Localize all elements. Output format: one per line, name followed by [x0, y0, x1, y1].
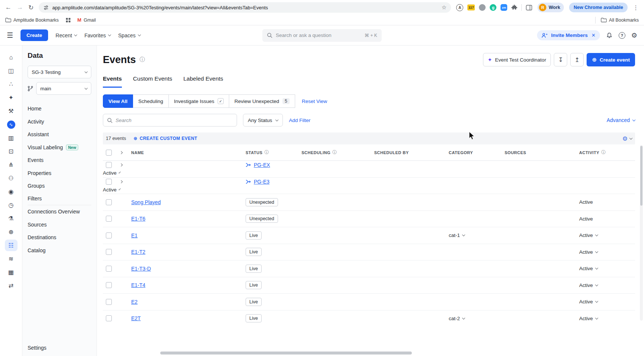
add-filter-link[interactable]: Add Filter	[289, 118, 310, 123]
funnel-icon[interactable]: ⋔	[5, 159, 18, 171]
site-settings-icon[interactable]	[43, 5, 49, 10]
status-badge[interactable]: Live	[246, 248, 262, 256]
header-menu[interactable]: Favorites	[84, 32, 111, 38]
sidebar-item[interactable]: Home	[28, 102, 91, 115]
status-badge[interactable]: Live	[246, 314, 262, 322]
activity-cell[interactable]: Active	[579, 299, 635, 305]
row-checkbox[interactable]	[106, 162, 112, 168]
global-search[interactable]: ⌘ + K	[262, 29, 382, 42]
export-upload-button[interactable]: ↥	[570, 53, 584, 66]
global-search-input[interactable]	[276, 32, 361, 38]
branch-selector[interactable]: main	[36, 82, 91, 95]
back-icon[interactable]: ←	[5, 4, 12, 11]
metrics-icon[interactable]: ▥	[5, 132, 18, 144]
chrome-update-button[interactable]: New Chrome available	[569, 3, 628, 12]
status-badge[interactable]: Live	[246, 281, 262, 289]
browser-profile-chip[interactable]: R Work	[537, 3, 564, 12]
sidebar-item[interactable]: Properties	[28, 167, 91, 180]
activity-cell[interactable]: Active	[579, 282, 635, 288]
advanced-dropdown[interactable]: Advanced	[607, 117, 635, 123]
event-test-coordinator-button[interactable]: ✦ Event Test Coordinator	[483, 53, 551, 66]
event-name-link[interactable]: E1-T2	[131, 249, 246, 255]
settings-gear-icon[interactable]: ⚙	[631, 31, 637, 40]
tab[interactable]: Events	[103, 75, 122, 88]
sidebar-item[interactable]: Destinations	[28, 231, 91, 244]
sidebar-item[interactable]: Events	[28, 154, 91, 167]
explore-icon[interactable]: ⊕	[5, 226, 18, 238]
column-header[interactable]: NAME	[131, 150, 246, 155]
project-selector[interactable]: SG-3 Testing	[28, 66, 91, 78]
row-checkbox[interactable]	[106, 216, 112, 222]
event-name-link[interactable]: E2	[131, 299, 246, 305]
events-search[interactable]	[103, 114, 237, 127]
zoom-icon[interactable]: zm	[501, 4, 507, 11]
view-filter-button[interactable]: Scheduling	[133, 94, 169, 108]
status-badge[interactable]: Unexpected	[246, 198, 278, 206]
all-bookmarks[interactable]: All Bookmarks	[601, 18, 639, 23]
notifications-bell-icon[interactable]	[606, 32, 613, 39]
extension-a-icon[interactable]: A	[456, 4, 463, 11]
column-header[interactable]: CATEGORY	[449, 150, 505, 155]
event-name-link[interactable]: E1-T4	[131, 282, 246, 288]
activity-cell[interactable]: Active	[579, 199, 635, 205]
horizontal-scrollbar-thumb[interactable]	[160, 352, 412, 355]
replay-icon[interactable]: ◉	[5, 186, 18, 197]
view-filter-button[interactable]: Review Unexpected 5	[229, 94, 295, 108]
extension-gray-icon[interactable]	[479, 4, 486, 11]
activity-cell[interactable]: Active	[103, 170, 120, 176]
history-icon[interactable]: ◷	[5, 199, 18, 211]
address-bar[interactable]: app.amplitude.com/data/amplitude/SG-3%20…	[39, 2, 451, 13]
sidebar-item[interactable]: Assistant	[28, 128, 91, 141]
ai-sparkle-icon[interactable]: ✦	[5, 92, 18, 103]
puzzle-icon[interactable]	[511, 4, 517, 10]
create-button[interactable]: Create	[20, 29, 48, 41]
checked-checkbox-icon[interactable]: ✓	[218, 98, 224, 104]
sidebar-item[interactable]: Filters	[28, 193, 91, 206]
row-checkbox[interactable]	[106, 266, 112, 272]
home-icon[interactable]: ⌂	[5, 51, 18, 63]
table-settings-dropdown[interactable]: ⚙	[622, 135, 632, 142]
heatmap-icon[interactable]: ▦	[5, 266, 18, 278]
category-dropdown[interactable]: cat-2	[449, 316, 465, 321]
column-header[interactable]: ACTIVITY ⓘ	[579, 149, 635, 156]
sidebar-item[interactable]: Sources	[28, 218, 91, 231]
help-icon[interactable]: ?	[619, 32, 625, 39]
create-custom-event-link[interactable]: ⊕ CREATE CUSTOM EVENT	[133, 136, 197, 141]
activity-cell[interactable]: Active	[579, 316, 635, 321]
activity-cell[interactable]: Active	[579, 232, 635, 238]
category-dropdown[interactable]: cat-1	[449, 232, 465, 238]
status-badge[interactable]: Live	[246, 265, 262, 273]
status-badge[interactable]: Live	[246, 231, 262, 240]
tab[interactable]: Custom Events	[133, 75, 172, 88]
select-all-checkbox[interactable]	[106, 150, 112, 156]
hamburger-menu-icon[interactable]: ☰	[7, 31, 13, 40]
row-checkbox[interactable]	[106, 199, 112, 205]
info-icon[interactable]: ⓘ	[140, 56, 145, 63]
row-expander-icon[interactable]	[120, 163, 123, 166]
row-checkbox[interactable]	[106, 299, 112, 305]
view-filter-button[interactable]: Investigate Issues ✓	[168, 94, 229, 108]
sidebar-item[interactable]: Visual Labeling New	[28, 141, 91, 154]
browser-menu-icon[interactable]: ⋮	[633, 4, 639, 11]
column-header[interactable]: SOURCES	[505, 150, 579, 155]
bookmark-star-icon[interactable]: ☆	[442, 4, 446, 11]
column-header[interactable]: SCHEDULED BY	[374, 150, 449, 155]
status-badge[interactable]: Unexpected	[246, 215, 278, 223]
import-download-button[interactable]: ↧	[554, 53, 567, 66]
row-checkbox[interactable]	[106, 249, 112, 255]
info-icon[interactable]: ⓘ	[601, 149, 606, 156]
header-menu[interactable]: Spaces	[118, 32, 141, 38]
dismiss-invite-icon[interactable]: ✕	[591, 32, 596, 38]
sidebar-item[interactable]: Activity	[28, 115, 91, 128]
toolbox-icon[interactable]: ⚒	[5, 105, 18, 117]
view-filter-button[interactable]: View All	[103, 94, 133, 108]
sidebar-item-settings[interactable]: Settings	[28, 345, 91, 351]
bookmark-gmail[interactable]: M Gmail	[78, 17, 96, 23]
compare-icon[interactable]: ⇄	[5, 280, 18, 291]
reset-view-link[interactable]: Reset View	[302, 99, 327, 104]
url-text[interactable]: app.amplitude.com/data/amplitude/SG-3%20…	[52, 5, 438, 10]
column-header[interactable]: STATUS ⓘ	[246, 149, 302, 156]
row-expander-icon[interactable]	[120, 180, 123, 183]
data-icon[interactable]: ☷	[5, 240, 18, 251]
column-header[interactable]: SCHEDULING ⓘ	[302, 149, 374, 156]
